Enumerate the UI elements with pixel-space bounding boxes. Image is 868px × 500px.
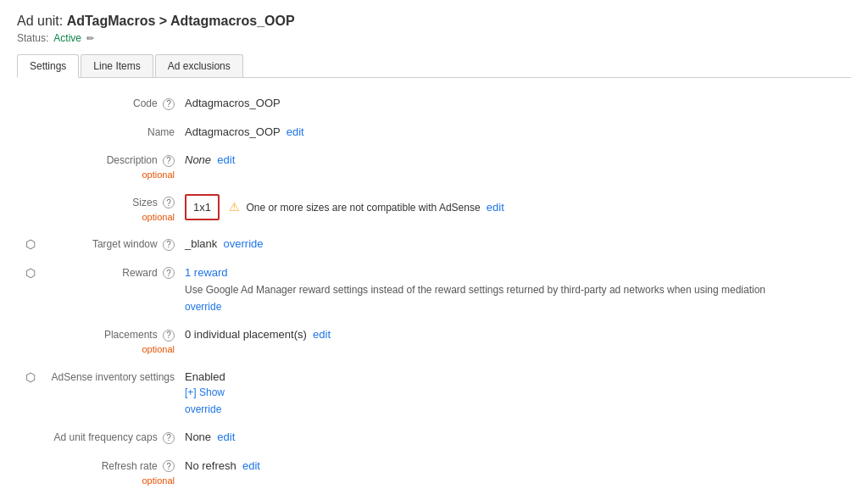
refresh-rate-help-icon[interactable]: ? [163,460,175,472]
placements-label: Placements ? optional [49,326,185,357]
status-edit-icon[interactable]: ✏ [86,33,94,44]
status-label: Status: [17,32,48,44]
placements-row: Placements ? optional 0 individual place… [25,326,851,357]
adsense-label: AdSense inventory settings [49,369,185,385]
reward-label: Reward ? [49,264,185,281]
code-label: Code ? [49,95,185,111]
adsense-icon-col: ⬡ [25,369,49,384]
code-row: Code ? Adtagmacros_OOP [25,95,851,112]
sizes-warning-icon: ⚠ [229,200,240,214]
reward-override-link[interactable]: override [185,299,851,314]
sizes-label: Sizes ? optional [49,194,185,225]
name-value: Adtagmacros_OOP edit [185,124,851,141]
ad-unit-prefix: Ad unit: [17,14,67,28]
name-row: Name Adtagmacros_OOP edit [25,124,851,141]
frequency-caps-help-icon[interactable]: ? [163,432,175,444]
frequency-caps-value: None edit [185,429,851,446]
frequency-caps-edit-link[interactable]: edit [217,431,235,443]
frequency-caps-row: Ad unit frequency caps ? None edit [25,429,851,446]
refresh-rate-value: No refresh edit [185,458,851,475]
sizes-row: Sizes ? optional 1x1 ⚠ One or more sizes… [25,194,851,225]
status-value: Active [53,32,81,44]
description-edit-link[interactable]: edit [217,153,235,166]
adsense-show-link[interactable]: [+] Show [185,385,851,400]
sizes-box: 1x1 [185,194,220,221]
sizes-value: 1x1 ⚠ One or more sizes are not compatib… [185,194,851,221]
tabs-container: Settings Line Items Ad exclusions [17,54,851,78]
tab-settings[interactable]: Settings [17,54,79,78]
description-label: Description ? optional [49,152,185,182]
description-help-icon[interactable]: ? [163,155,175,167]
reward-description: Use Google Ad Manager reward settings in… [185,282,851,297]
reward-row: ⬡ Reward ? 1 reward Use Google Ad Manage… [25,264,851,315]
adsense-value: Enabled [+] Show override [185,369,851,418]
description-row: Description ? optional None edit [25,152,851,182]
sizes-help-icon[interactable]: ? [163,197,175,208]
target-window-icon-col: ⬡ [25,236,49,251]
target-window-value: _blank override [185,236,851,253]
placements-value: 0 individual placement(s) edit [185,326,851,343]
target-window-row: ⬡ Target window ? _blank override [25,236,851,253]
settings-content: Code ? Adtagmacros_OOP Name Adtagmacros_… [17,95,851,487]
refresh-rate-edit-link[interactable]: edit [242,459,260,472]
code-value: Adtagmacros_OOP [185,95,851,112]
refresh-rate-row: Refresh rate ? optional No refresh edit [25,458,851,488]
target-window-help-icon[interactable]: ? [163,239,175,251]
target-window-override-link[interactable]: override [224,237,264,250]
placements-help-icon[interactable]: ? [163,330,175,342]
reward-icon-col: ⬡ [25,264,49,280]
placements-edit-link[interactable]: edit [313,328,331,341]
status-line: Status: Active ✏ [17,32,851,44]
sizes-edit-link[interactable]: edit [487,201,504,214]
frequency-caps-label: Ad unit frequency caps ? [49,429,185,445]
reward-network-icon: ⬡ [25,266,36,280]
refresh-rate-label: Refresh rate ? optional [49,458,185,488]
ad-unit-title: Ad unit: AdTagMacros > Adtagmacros_OOP [17,14,851,29]
adsense-row: ⬡ AdSense inventory settings Enabled [+]… [25,369,851,418]
tab-ad-exclusions[interactable]: Ad exclusions [155,54,243,77]
name-label: Name [49,124,185,140]
name-edit-link[interactable]: edit [287,125,304,138]
reward-value: 1 reward Use Google Ad Manager reward se… [185,264,851,315]
description-value: None edit [185,152,851,169]
code-help-icon[interactable]: ? [163,98,175,110]
adsense-override-link[interactable]: override [185,402,851,417]
reward-help-icon[interactable]: ? [163,267,175,279]
target-window-network-icon: ⬡ [25,237,36,251]
tab-line-items[interactable]: Line Items [81,54,153,77]
target-window-label: Target window ? [49,236,185,252]
adsense-network-icon: ⬡ [25,370,36,384]
ad-unit-path: AdTagMacros > Adtagmacros_OOP [67,14,295,28]
